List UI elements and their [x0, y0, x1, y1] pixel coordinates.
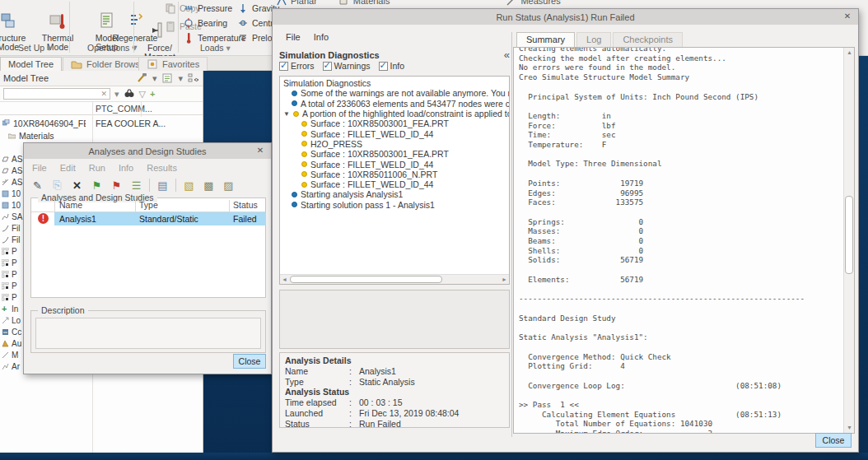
diagnostics-item[interactable]: Surface : FILLET_WELD_ID_44: [283, 128, 510, 138]
tree-filter-icon[interactable]: ▽: [139, 89, 146, 100]
diagnostics-item[interactable]: Surface : 10XR85011006_N.PRT: [283, 170, 510, 179]
tab-summary[interactable]: Summary: [516, 32, 575, 48]
show-hide-icon[interactable]: [188, 72, 199, 84]
bearing-button[interactable]: Bearing: [183, 16, 227, 30]
tab-favorites[interactable]: Favorites: [138, 57, 208, 71]
tree-item-clipped[interactable]: Fil: [2, 234, 23, 245]
tab-checkpoints[interactable]: Checkpoints: [613, 32, 683, 48]
tree-settings-dropdown-icon[interactable]: ▾: [152, 73, 157, 84]
menu-results[interactable]: Results: [147, 163, 177, 173]
analyses-dialog-close-icon[interactable]: ✕: [254, 145, 266, 156]
run-settings-icon[interactable]: ☰: [129, 179, 143, 193]
tab-model-tree[interactable]: Model Tree: [0, 57, 62, 71]
scrollbar-thumb[interactable]: [845, 196, 853, 274]
diagnostics-item[interactable]: Surface : FILLET_WELD_ID_44: [283, 179, 510, 189]
tree-item-clipped[interactable]: M: [2, 349, 23, 360]
scroll-down-icon[interactable]: ▼: [844, 423, 855, 433]
analyses-close-button[interactable]: Close: [233, 354, 266, 369]
group-loads[interactable]: Loads ▾: [200, 43, 231, 55]
tree-item-clipped[interactable]: P: [2, 291, 23, 303]
col-type[interactable]: Type: [139, 200, 158, 210]
search-clear-icon[interactable]: ✕: [100, 90, 107, 98]
scroll-up-icon[interactable]: ▲: [844, 48, 855, 58]
menu-edit[interactable]: Edit: [60, 163, 76, 173]
menu-info[interactable]: Info: [314, 32, 329, 42]
description-field[interactable]: [35, 318, 261, 349]
collapse-panel-icon[interactable]: «: [504, 49, 510, 61]
diagnostics-tree-root[interactable]: Simulation Diagnostics: [283, 78, 510, 88]
diagnostics-item[interactable]: ▼A portion of the highlighted load/const…: [283, 109, 510, 118]
group-set-up[interactable]: Set Up ▾: [18, 43, 51, 55]
diagnostics-item[interactable]: Surface : 10XR85003001_FEA.PRT: [283, 118, 510, 128]
diagnostics-item[interactable]: Starting analysis Analysis1: [283, 189, 510, 199]
summary-text-area[interactable]: Creating elements automatically. Checkin…: [513, 47, 855, 434]
run-status-close-button[interactable]: Close: [815, 433, 852, 448]
analysis-name-cell[interactable]: Analysis1: [59, 214, 96, 224]
filter-errors-checkbox[interactable]: Errors: [279, 61, 315, 71]
tree-item-clipped[interactable]: AS: [2, 153, 23, 165]
filter-warnings-checkbox[interactable]: Warnings: [323, 61, 371, 71]
tree-item-clipped[interactable]: +In: [2, 303, 23, 314]
results-save-icon[interactable]: ▧: [182, 179, 196, 193]
scroll-left-icon[interactable]: ◄: [280, 275, 289, 284]
tree-item-clipped[interactable]: SA: [2, 211, 23, 222]
tree-item-clipped[interactable]: P: [2, 245, 23, 257]
tree-row-materials[interactable]: Materials: [0, 129, 203, 142]
diagnostics-item[interactable]: Starting solution pass 1 - Analysis1: [283, 200, 510, 210]
filter-info-checkbox[interactable]: Info: [379, 61, 405, 71]
diagnostics-item[interactable]: A total of 2336063 elements and 543477 n…: [283, 99, 510, 109]
tree-list-dropdown-icon[interactable]: ▾: [178, 73, 183, 84]
run-status-titlebar[interactable]: Run Status (Analysis1) Run Failed ✕: [273, 9, 858, 25]
tree-item-clipped[interactable]: AS: [2, 176, 23, 188]
analysis-status-cell[interactable]: Failed: [233, 214, 257, 224]
diagnostics-item[interactable]: Surface : FILLET_WELD_ID_44: [283, 159, 510, 169]
tree-item-clipped[interactable]: P: [2, 257, 23, 268]
menu-info[interactable]: Info: [119, 163, 133, 173]
copy-analysis-icon[interactable]: ⎘: [50, 179, 64, 193]
tree-row-root-assembly[interactable]: 10XR84046904_FEA01.ASM FEA COOLER A...: [0, 117, 203, 129]
tree-item-clipped[interactable]: Au: [2, 337, 23, 349]
analysis-type-cell[interactable]: Standard/Static: [139, 214, 198, 224]
tree-list-icon[interactable]: [161, 72, 173, 84]
stop-run-flag-icon[interactable]: ⚑: [110, 179, 124, 193]
results-import-icon[interactable]: ▩: [202, 179, 216, 193]
materials-button[interactable]: Materials: [338, 0, 390, 7]
analyses-dialog-titlebar[interactable]: Analyses and Design Studies ✕: [24, 143, 271, 159]
tree-item-clipped[interactable]: P: [2, 280, 23, 291]
results-export-icon[interactable]: ▨: [222, 179, 236, 193]
tree-item-clipped[interactable]: AS: [2, 165, 23, 176]
tree-item-clipped[interactable]: P: [2, 268, 23, 280]
expander-open-icon[interactable]: ▼: [283, 110, 290, 118]
diagnostics-item[interactable]: Some of the warnings are not available a…: [283, 88, 510, 98]
tree-item-clipped[interactable]: Lo: [2, 314, 23, 326]
panel-splitter[interactable]: [511, 32, 512, 437]
tree-add-icon[interactable]: +: [150, 89, 155, 99]
diagnostics-item[interactable]: Surface : 10XR85003001_FEA.PRT: [283, 149, 510, 159]
tree-search-input[interactable]: ✕: [3, 88, 110, 100]
scroll-right-icon[interactable]: ►: [500, 275, 509, 284]
diagnostics-horizontal-scrollbar[interactable]: ◄ ►: [280, 274, 509, 284]
summary-vertical-scrollbar[interactable]: ▲ ▼: [843, 48, 854, 433]
group-operations[interactable]: Operations ▾: [87, 43, 137, 55]
menu-file[interactable]: File: [286, 32, 301, 42]
tree-item-clipped[interactable]: 10: [2, 188, 23, 199]
tree-item-clipped[interactable]: Ar: [2, 360, 23, 372]
find-binoculars-icon[interactable]: [124, 88, 135, 100]
edit-analysis-icon[interactable]: ✎: [30, 179, 44, 193]
col-name[interactable]: Name: [59, 200, 82, 210]
display-study-status-icon[interactable]: ▤: [156, 179, 170, 193]
menu-file[interactable]: File: [32, 163, 47, 173]
measures-button[interactable]: Measures: [506, 0, 560, 7]
tree-settings-icon[interactable]: [136, 72, 147, 84]
diagnostics-item[interactable]: H2O_PRESS: [283, 139, 510, 149]
column-header-ptc-comm[interactable]: PTC_COMM...: [96, 104, 152, 114]
search-dropdown-icon[interactable]: ▾: [114, 89, 119, 100]
tab-log[interactable]: Log: [576, 32, 611, 48]
start-run-flag-icon[interactable]: ⚑: [90, 179, 104, 193]
tree-item-clipped[interactable]: Cc: [2, 326, 23, 337]
planar-button[interactable]: Planar: [276, 0, 317, 7]
menu-run[interactable]: Run: [89, 163, 105, 173]
scrollbar-thumb[interactable]: [290, 276, 442, 283]
delete-analysis-icon[interactable]: ✕: [70, 179, 84, 193]
run-status-close-icon[interactable]: ✕: [842, 11, 853, 22]
